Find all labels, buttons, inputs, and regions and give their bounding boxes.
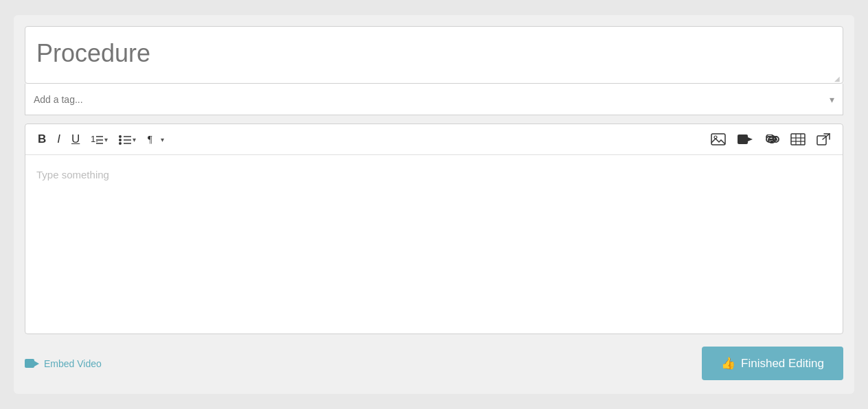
main-container: ◢ ▾ B I U 1. ▾ [14, 15, 854, 394]
external-link-button[interactable] [812, 130, 834, 148]
embed-video-button[interactable]: Embed Video [25, 358, 102, 369]
ordered-list-icon: 1. [91, 134, 103, 145]
embed-video-icon [25, 358, 40, 369]
italic-button[interactable]: I [53, 130, 65, 149]
editor-toolbar: B I U 1. ▾ [25, 124, 843, 155]
svg-point-4 [119, 135, 122, 138]
video-button[interactable] [733, 130, 757, 148]
svg-rect-13 [738, 135, 748, 144]
svg-rect-15 [791, 134, 805, 145]
svg-text:¶: ¶ [148, 134, 152, 145]
editor-body[interactable]: Type something [25, 155, 843, 334]
image-button[interactable] [707, 130, 730, 148]
video-icon [737, 133, 753, 145]
image-icon [711, 133, 726, 145]
thumbs-up-icon: 👍 [721, 356, 735, 371]
tag-input[interactable] [34, 94, 830, 105]
paragraph-button[interactable]: ¶ ▾ [143, 130, 168, 148]
editor-container: B I U 1. ▾ [25, 124, 843, 334]
svg-text:1.: 1. [91, 134, 98, 144]
link-button[interactable] [760, 132, 784, 147]
link-icon [764, 135, 779, 144]
unordered-list-button[interactable]: ▾ [115, 131, 140, 148]
bottom-bar: Embed Video 👍 Finished Editing [25, 344, 843, 383]
editor-content[interactable]: Type something [36, 169, 832, 320]
resize-handle: ◢ [834, 75, 841, 82]
tag-area: ▾ [25, 84, 843, 115]
paragraph-icon: ¶ [147, 133, 159, 145]
table-icon [790, 133, 806, 145]
tag-dropdown-icon[interactable]: ▾ [830, 94, 834, 105]
svg-point-5 [119, 139, 122, 141]
svg-marker-23 [34, 361, 39, 366]
svg-point-6 [119, 142, 122, 145]
svg-rect-22 [25, 359, 34, 368]
paragraph-arrow: ▾ [161, 136, 164, 143]
external-link-icon [816, 133, 830, 145]
bold-button[interactable]: B [34, 130, 50, 149]
table-button[interactable] [786, 130, 810, 148]
finished-editing-button[interactable]: 👍 Finished Editing [702, 347, 843, 380]
unordered-list-arrow: ▾ [133, 136, 136, 143]
ordered-list-arrow: ▾ [104, 136, 108, 143]
editor-placeholder: Type something [36, 169, 109, 180]
unordered-list-icon [119, 134, 131, 145]
svg-rect-11 [711, 134, 725, 145]
title-area: ◢ [25, 26, 843, 84]
title-input[interactable] [25, 27, 843, 80]
svg-marker-14 [748, 137, 753, 141]
underline-button[interactable]: U [67, 130, 84, 149]
ordered-list-button[interactable]: 1. ▾ [87, 131, 112, 148]
finished-editing-label: Finished Editing [741, 357, 824, 371]
embed-video-label: Embed Video [44, 358, 102, 369]
